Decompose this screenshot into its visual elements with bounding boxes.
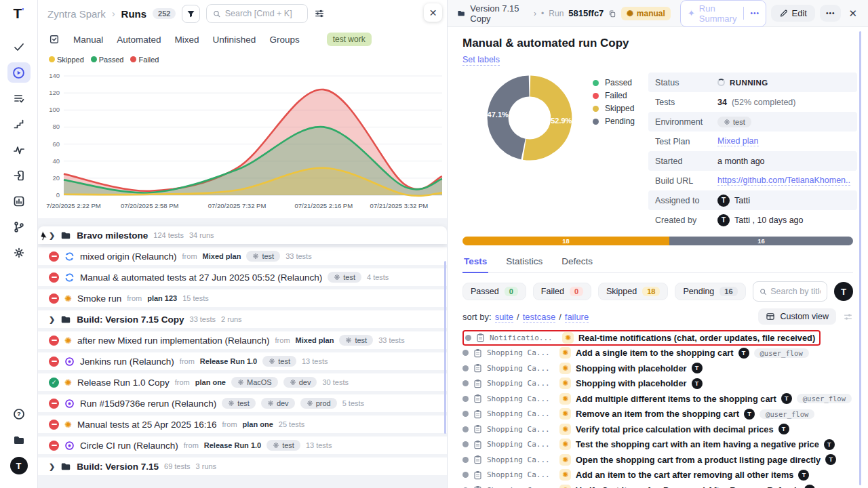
breadcrumb-project[interactable]: Zyntra Spark [47,8,106,20]
copy-icon[interactable] [608,9,616,18]
chevron-right-icon[interactable]: ❯ [49,462,55,471]
set-labels-link[interactable]: Set labels [462,55,500,66]
sort-by-failure[interactable]: failure [565,312,589,323]
tab-mixed[interactable]: Mixed [175,35,199,45]
field-link[interactable]: https://github.com/TetianaKhomen... [717,176,850,186]
field-link[interactable]: Mixed plan [717,136,758,146]
custom-view-button[interactable]: Custom view [758,308,836,325]
run-group-row[interactable]: ❯Bravo milestone124 tests34 runs [38,226,447,244]
run-title[interactable]: Release Run 1.0 Copy [77,378,170,388]
test-row[interactable]: Shopping Ca...✺Shopping with placeholder… [462,376,853,392]
tab-statistics[interactable]: Statistics [505,253,544,272]
test-suite[interactable]: Notificatio... [490,333,557,342]
run-group-row[interactable]: ❯Build: Version 7.1569 tests3 runs [38,458,447,475]
runs-scrollbar[interactable] [444,261,446,434]
detail-scrollbar[interactable] [859,31,861,485]
report-check-icon[interactable] [49,34,60,45]
test-tag[interactable]: @user_flow [754,348,809,358]
donut-legend-item-passed[interactable]: Passed [593,78,635,87]
runs-search[interactable] [206,4,308,23]
test-row[interactable]: Shopping Ca...✺Remove an item from the s… [462,407,853,422]
donut-legend-item-failed[interactable]: Failed [593,91,635,100]
run-summary-more-button[interactable]: ••• [743,7,766,20]
sidebar-item-list-check[interactable] [7,88,31,108]
donut-legend-item-pending[interactable]: Pending [593,117,635,126]
run-row[interactable]: ✺Manual tests at 25 Apr 2025 16:16frompl… [38,415,447,433]
edit-button[interactable]: Edit [771,5,815,22]
sidebar-user-avatar[interactable]: T [7,455,31,476]
test-row[interactable]: Shopping Ca...✺Add multiple different it… [462,391,853,407]
breadcrumb-current[interactable]: Runs [121,8,147,20]
run-title[interactable]: after new Mixed run implementation (Rela… [77,336,270,346]
plan-name[interactable]: Release Run 1.0 [200,357,257,365]
test-suite[interactable]: Shopping Ca... [487,425,555,434]
tab-groups[interactable]: Groups [269,35,299,45]
sidebar-item-activity[interactable] [7,140,31,160]
test-title[interactable]: Test the shopping cart with an item havi… [576,439,819,449]
tests-search[interactable] [753,281,827,302]
test-suite[interactable]: Shopping Ca... [487,409,555,418]
tab-manual[interactable]: Manual [73,35,103,45]
chip-skipped[interactable]: Skipped18 [598,283,668,300]
test-title[interactable]: Add an item to the cart after removing a… [576,470,793,480]
run-title[interactable]: Jenkins run (Relaunch) [80,357,174,367]
donut-legend-item-skipped[interactable]: Skipped [593,104,635,113]
run-group-row[interactable]: ❯Build: Version 7.15 Copy33 tests2 runs [38,310,447,328]
run-title[interactable]: Manual & automated tests at 27 Jun 2025 … [80,272,322,283]
test-row[interactable]: Shopping Ca...✺Add a single item to the … [462,346,853,361]
chip-pending[interactable]: Pending16 [675,283,745,300]
plan-name[interactable]: Mixed plan [203,252,241,260]
test-title[interactable]: Verify total price calculation with deci… [576,424,774,434]
run-row[interactable]: Jenkins run (Relaunch)fromRelease Run 1.… [38,352,447,370]
user-avatar[interactable]: T [834,282,853,301]
run-row[interactable]: ✓✺Release Run 1.0 Copyfromplan oneMacOSd… [38,373,447,391]
sidebar-item-branch[interactable] [7,217,31,237]
legend-item-skipped[interactable]: Skipped [49,56,84,64]
runs-search-input[interactable] [225,9,302,18]
test-title[interactable]: Open the shopping cart from a product li… [576,455,821,465]
test-title[interactable]: Verify Cart Items Are Preserved After Br… [576,485,800,488]
plan-name[interactable]: Mixed plan [296,336,334,344]
run-title[interactable]: Smoke run [77,293,121,304]
sidebar-item-check[interactable] [7,37,31,57]
sort-by-suite[interactable]: suite [495,312,513,323]
run-summary-button[interactable]: ✦Run Summary ••• [680,0,766,27]
sidebar-item-help[interactable]: ? [7,404,31,424]
test-title[interactable]: Add multiple different items to the shop… [576,394,776,404]
test-row[interactable]: Shopping Ca...✺Test the shopping cart wi… [462,437,853,453]
group-title[interactable]: Build: Version 7.15 [77,462,159,472]
test-tag[interactable]: @user_flow [797,394,852,403]
sort-by-testcase[interactable]: testcase [523,312,555,323]
tab-unfinished[interactable]: Unfinished [213,35,256,45]
run-title[interactable]: Circle CI run (Relaunch) [80,441,178,451]
plan-name[interactable]: plan 123 [147,294,177,302]
more-actions-button[interactable]: ••• [820,5,842,22]
chip-passed[interactable]: Passed0 [462,283,526,300]
chevron-right-icon[interactable]: ❯ [49,315,55,324]
test-suite[interactable]: Shopping Ca... [487,470,555,479]
sidebar-item-bar-chart[interactable] [7,191,31,211]
test-suite[interactable]: Shopping Ca... [487,455,555,464]
run-title[interactable]: mixed origin (Relaunch) [80,251,177,262]
run-title[interactable]: Manual tests at 25 Apr 2025 16:16 [77,420,217,430]
run-row[interactable]: ✺after new Mixed run implementation (Rel… [38,331,447,349]
test-row[interactable]: Shopping Ca...✺Shopping with placeholder… [462,361,853,376]
app-logo[interactable]: T' [14,5,24,22]
test-row[interactable]: Shopping Ca...✺Verify Cart Items Are Pre… [462,483,853,488]
group-title[interactable]: Bravo milestone [77,230,148,241]
view-settings-icon[interactable] [843,312,853,322]
filter-funnel-button[interactable] [182,5,200,23]
test-row[interactable]: Shopping Ca...✺Add an item to the cart a… [462,468,853,483]
test-title[interactable]: Remove an item from the shopping cart [576,409,739,419]
tab-defects[interactable]: Defects [560,253,594,272]
sliders-icon[interactable] [314,8,325,19]
close-panel-button[interactable]: ✕ [424,3,442,22]
close-detail-button[interactable]: ✕ [846,6,860,21]
test-row[interactable]: Shopping Ca...✺Open the shopping cart fr… [462,452,853,468]
run-row[interactable]: Circle CI run (Relaunch)fromRelease Run … [38,436,447,454]
tab-tests[interactable]: Tests [462,253,488,273]
group-title[interactable]: Build: Version 7.15 Copy [77,314,184,325]
test-row[interactable]: Notificatio...✺Real-time notifications (… [462,330,853,346]
sidebar-item-sign-in[interactable] [7,165,31,186]
test-suite[interactable]: Shopping Ca... [487,379,555,388]
